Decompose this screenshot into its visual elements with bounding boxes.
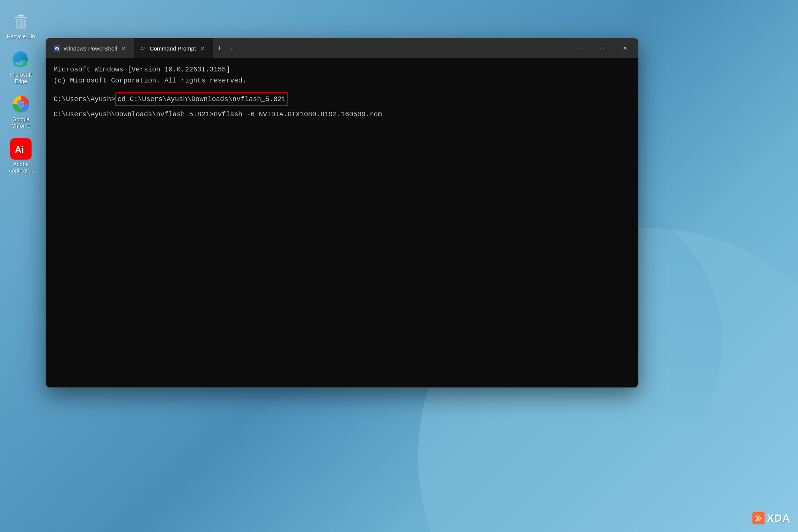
terminal-line-2: (c) Microsoft Corporation. All rights re… bbox=[54, 75, 630, 86]
maximize-icon: □ bbox=[601, 45, 604, 51]
chrome-label: Google Chrome bbox=[7, 116, 35, 129]
desktop-icon-adobe[interactable]: Ai Adobe Applicati... bbox=[4, 135, 38, 177]
svg-point-10 bbox=[18, 101, 24, 107]
chrome-icon bbox=[10, 93, 32, 115]
recycle-bin-label: Recycle Bin bbox=[7, 33, 35, 40]
close-button[interactable]: ✕ bbox=[614, 38, 636, 58]
tabs-dropdown-button[interactable]: ⌵ bbox=[226, 43, 237, 54]
maximize-button[interactable]: □ bbox=[591, 38, 614, 58]
edge-label: MicrosoftEdge bbox=[10, 72, 32, 85]
tab-powershell[interactable]: PS Windows PowerShell ✕ bbox=[48, 38, 134, 58]
xda-watermark: XDA bbox=[752, 512, 790, 524]
desktop-icon-edge[interactable]: MicrosoftEdge bbox=[4, 46, 38, 88]
terminal-content-area[interactable]: Microsoft Windows [Version 10.0.22631.31… bbox=[46, 58, 638, 387]
terminal-line-4: C:\Users\Ayush\Downloads\nvflash_5.821>n… bbox=[54, 109, 630, 120]
adobe-label: Adobe Applicati... bbox=[7, 161, 35, 174]
svg-rect-2 bbox=[18, 14, 24, 17]
desktop: Recycle Bin bbox=[0, 0, 798, 532]
powershell-tab-close[interactable]: ✕ bbox=[120, 44, 128, 52]
powershell-icon: PS bbox=[54, 45, 60, 52]
cmd-icon: C:\ bbox=[140, 45, 147, 52]
tabs-area: PS Windows PowerShell ✕ C:\ Command Prom… bbox=[48, 38, 568, 58]
cmd-tab-label: Command Prompt bbox=[150, 45, 196, 52]
cmd-tab-close[interactable]: ✕ bbox=[199, 44, 207, 52]
xda-square-icon bbox=[752, 512, 765, 524]
svg-point-6 bbox=[16, 60, 22, 63]
add-tab-button[interactable]: + bbox=[213, 41, 226, 55]
desktop-icon-recycle-bin[interactable]: Recycle Bin bbox=[4, 8, 38, 43]
desktop-icons-area: Recycle Bin bbox=[0, 0, 42, 185]
terminal-window: PS Windows PowerShell ✕ C:\ Command Prom… bbox=[46, 38, 638, 388]
nvflash-command: C:\Users\Ayush\Downloads\nvflash_5.821>n… bbox=[54, 109, 382, 120]
recycle-bin-icon bbox=[10, 11, 32, 32]
copyright-text: (c) Microsoft Corporation. All rights re… bbox=[54, 75, 247, 86]
svg-text:C:\: C:\ bbox=[141, 46, 145, 51]
terminal-line-3: C:\Users\Ayush> cd C:\Users\Ayush\Downlo… bbox=[54, 92, 630, 106]
svg-text:Ai: Ai bbox=[15, 144, 24, 155]
title-bar: PS Windows PowerShell ✕ C:\ Command Prom… bbox=[46, 38, 638, 58]
close-icon: ✕ bbox=[623, 45, 627, 51]
terminal-line-1: Microsoft Windows [Version 10.0.22631.31… bbox=[54, 64, 630, 75]
prompt-prefix-3: C:\Users\Ayush> bbox=[54, 94, 115, 105]
tab-cmd[interactable]: C:\ Command Prompt ✕ bbox=[134, 38, 213, 58]
xda-logo: XDA bbox=[752, 512, 790, 524]
edge-icon bbox=[10, 49, 32, 70]
terminal-spacer bbox=[54, 86, 630, 92]
xda-text: XDA bbox=[767, 512, 790, 524]
window-controls: — □ ✕ bbox=[568, 38, 636, 58]
desktop-icon-chrome[interactable]: Google Chrome bbox=[4, 90, 38, 132]
minimize-icon: — bbox=[577, 45, 582, 51]
terminal-spacer-2 bbox=[54, 106, 630, 109]
powershell-tab-label: Windows PowerShell bbox=[63, 45, 117, 52]
minimize-button[interactable]: — bbox=[568, 38, 591, 58]
dropdown-icon: ⌵ bbox=[230, 46, 233, 51]
highlighted-cd-command: cd C:\Users\Ayush\Downloads\nvflash_5.82… bbox=[115, 92, 288, 106]
windows-version-text: Microsoft Windows [Version 10.0.22631.31… bbox=[54, 64, 230, 75]
adobe-icon: Ai bbox=[10, 138, 32, 160]
